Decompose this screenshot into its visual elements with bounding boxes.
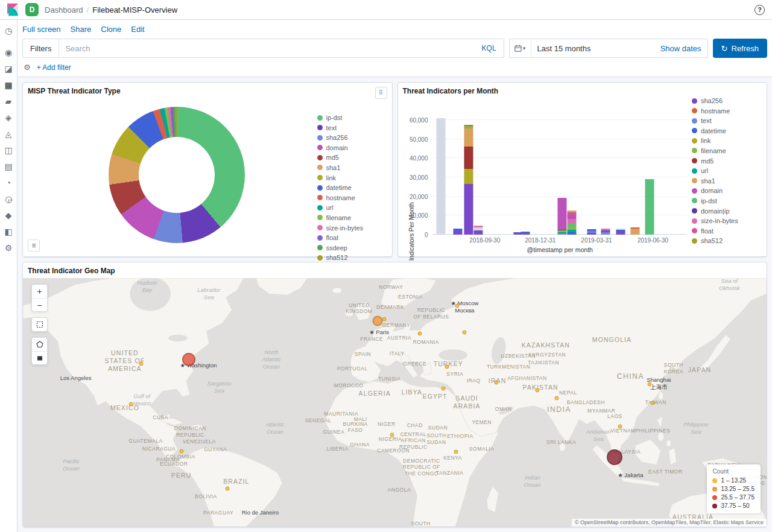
stacked-bar[interactable] — [567, 211, 576, 235]
geo-point-small[interactable] — [418, 331, 422, 335]
donut-legend-item[interactable]: text — [317, 124, 386, 131]
donut-legend-item[interactable]: sha512 — [317, 254, 386, 261]
filters-button[interactable]: Filters — [23, 39, 59, 57]
bar-legend-item[interactable]: domain|ip — [692, 207, 761, 215]
donut-chart[interactable] — [109, 107, 245, 243]
sidebar-item-discover[interactable]: ◉ — [5, 48, 12, 57]
sidebar-item-apm[interactable]: ◔ — [6, 179, 11, 187]
donut-legend-item[interactable]: link — [317, 174, 386, 182]
donut-legend-item[interactable]: ssdeep — [317, 244, 386, 252]
donut-legend-item[interactable]: domain — [317, 144, 386, 151]
geo-point-small[interactable] — [441, 386, 445, 390]
stacked-bar[interactable] — [587, 229, 596, 235]
stacked-bar[interactable] — [601, 229, 610, 235]
sidebar-item-recently-viewed[interactable]: ◷ — [5, 27, 12, 35]
donut-legend-item[interactable]: float — [317, 234, 386, 241]
map-bounds-filter-button[interactable] — [32, 318, 47, 331]
geo-point-small[interactable] — [445, 365, 449, 369]
geo-point-germany[interactable] — [373, 316, 383, 326]
toolbar-link-share[interactable]: Share — [71, 25, 92, 34]
stacked-bar[interactable] — [557, 198, 566, 235]
toolbar-link-edit[interactable]: Edit — [131, 25, 144, 34]
bar-legend-item[interactable]: md5 — [692, 157, 761, 165]
stacked-bar[interactable] — [464, 125, 473, 235]
refresh-button[interactable]: ↻ Refresh — [713, 39, 767, 58]
date-picker-button[interactable]: ▾ — [510, 39, 531, 57]
kql-button[interactable]: KQL — [475, 44, 504, 52]
sidebar-item-uptime[interactable]: ◶ — [5, 195, 12, 203]
geo-point-small[interactable] — [390, 432, 394, 437]
geo-point-small[interactable] — [455, 304, 460, 308]
toolbar-link-full-screen[interactable]: Full screen — [22, 25, 61, 34]
bar-legend-item[interactable]: datetime — [692, 127, 761, 135]
bar-legend-item[interactable]: text — [692, 117, 761, 124]
map-zoom-out-button[interactable]: − — [32, 298, 47, 311]
stacked-bar[interactable] — [453, 229, 462, 235]
geo-point-small[interactable] — [382, 317, 387, 321]
filter-options-gear-icon[interactable]: ⚙ — [24, 63, 31, 72]
bar-legend-item[interactable]: sha1 — [692, 177, 761, 185]
sidebar-item-siem[interactable]: ◆ — [5, 211, 12, 220]
donut-legend-item[interactable]: md5 — [317, 154, 386, 161]
sidebar-item-management[interactable]: ⚙ — [5, 244, 13, 252]
geo-point-small[interactable] — [226, 486, 230, 490]
map-zoom-in-button[interactable]: + — [32, 285, 47, 298]
sidebar-item-maps[interactable]: ◈ — [5, 113, 12, 122]
bar-legend-item[interactable]: filename — [692, 147, 761, 154]
space-badge[interactable]: D — [25, 3, 39, 16]
geo-point-small[interactable] — [139, 361, 144, 366]
legend-toggle-icon[interactable]: ≡ — [28, 239, 40, 252]
donut-legend-item[interactable]: ip-dst — [317, 114, 386, 121]
geo-point-small[interactable] — [128, 402, 133, 407]
donut-legend-item[interactable]: datetime — [317, 184, 386, 191]
geo-point-washington[interactable] — [182, 353, 195, 366]
sidebar-item-canvas[interactable]: ▰ — [5, 97, 12, 106]
bar-legend-item[interactable]: url — [692, 167, 761, 174]
sidebar-item-machine-learning[interactable]: ◬ — [5, 130, 12, 138]
geo-point-small[interactable] — [463, 331, 467, 335]
time-range-value[interactable]: Last 15 months — [537, 44, 591, 53]
geo-point-small[interactable] — [495, 381, 499, 385]
stacked-bar[interactable] — [520, 232, 530, 235]
geo-point-small[interactable] — [648, 382, 652, 386]
geo-point-small[interactable] — [555, 396, 559, 400]
donut-legend-item[interactable]: sha1 — [317, 164, 386, 171]
bar-legend-item[interactable]: float — [692, 227, 761, 235]
stacked-bar[interactable] — [645, 179, 654, 235]
bar-legend-item[interactable]: link — [692, 137, 761, 144]
bar-legend-item[interactable]: hostname — [692, 107, 761, 115]
donut-legend-item[interactable]: sha256 — [317, 134, 386, 141]
sidebar-item-visualize[interactable]: ◪ — [4, 65, 12, 73]
stacked-bar[interactable] — [616, 229, 625, 235]
stacked-bar[interactable] — [630, 227, 639, 235]
kibana-logo[interactable] — [6, 3, 19, 16]
add-filter-link[interactable]: + Add filter — [37, 63, 71, 72]
geo-point-small[interactable] — [618, 424, 622, 428]
map-draw-rectangle-button[interactable] — [32, 351, 47, 364]
bar-legend-item[interactable]: domain — [692, 187, 761, 194]
geo-point-small[interactable] — [651, 401, 655, 405]
donut-legend-item[interactable]: size-in-bytes — [317, 224, 386, 232]
sidebar-item-infrastructure[interactable]: ◫ — [4, 146, 12, 154]
breadcrumb-dashboard[interactable]: Dashboard — [45, 5, 83, 14]
donut-legend-item[interactable]: filename — [317, 214, 386, 221]
donut-legend-item[interactable]: url — [317, 204, 386, 211]
sidebar-item-dev-tools[interactable]: ◧ — [4, 227, 12, 236]
geo-map[interactable]: NORWAYESTONIADENMARKUNITED KINGDOMREPUBL… — [23, 278, 767, 527]
bar-legend-item[interactable]: ip-dst — [692, 197, 761, 204]
bar-chart-plot[interactable]: 010,00020,00030,00040,00050,00060,000 — [433, 110, 688, 235]
geo-point-small[interactable] — [179, 449, 183, 454]
help-icon[interactable]: ? — [755, 5, 765, 15]
sidebar-item-logs[interactable]: ▤ — [4, 162, 12, 171]
bar-legend-item[interactable]: sha256 — [692, 97, 761, 104]
geo-point-malaysia[interactable] — [607, 449, 622, 465]
panel-menu-icon[interactable]: ⠿ — [375, 87, 387, 99]
geo-point-small[interactable] — [454, 449, 458, 454]
map-draw-polygon-button[interactable] — [32, 338, 47, 351]
bar-legend-item[interactable]: size-in-bytes — [692, 217, 761, 224]
stacked-bar[interactable] — [474, 226, 483, 235]
sidebar-item-dashboard[interactable]: ▦ — [4, 81, 12, 89]
search-input[interactable] — [59, 39, 474, 57]
stacked-bar[interactable] — [437, 118, 446, 235]
geo-point-small[interactable] — [536, 388, 540, 392]
